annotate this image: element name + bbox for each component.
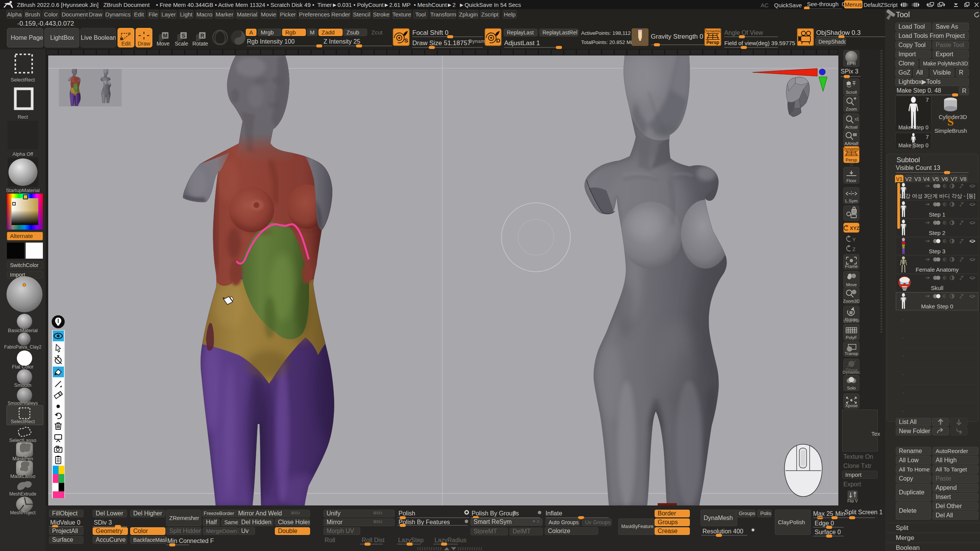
svg-text:Z: Z (853, 247, 855, 252)
svg-text:Flip V: Flip V (848, 499, 858, 503)
svg-text:Actual: Actual (845, 125, 858, 129)
svg-text:S: S (404, 37, 408, 44)
svg-text:Persp: Persp (706, 40, 719, 45)
svg-text:Frame: Frame (845, 264, 858, 269)
svg-text:Move: Move (157, 41, 170, 47)
svg-text:XYZ: XYZ (850, 225, 859, 231)
svg-text:Zoom: Zoom (846, 107, 857, 111)
svg-text:R: R (200, 33, 204, 39)
svg-text:Floor: Floor (846, 178, 856, 183)
svg-text:Y: Y (853, 237, 856, 243)
svg-text:Move: Move (846, 282, 857, 287)
svg-text:Edit: Edit (121, 41, 131, 47)
svg-text:Scale: Scale (175, 41, 188, 47)
svg-text:Xpose: Xpose (845, 403, 858, 408)
svg-text:S: S (947, 116, 954, 128)
svg-text:PolyF: PolyF (846, 335, 857, 340)
svg-text:M: M (163, 33, 168, 39)
svg-text:Dynamic: Dynamic (704, 29, 721, 33)
svg-text:Scroll: Scroll (846, 90, 857, 95)
svg-text:Zoom3D: Zoom3D (843, 299, 859, 303)
svg-text:AAHalf: AAHalf (844, 141, 859, 146)
svg-text:D: D (496, 37, 500, 44)
svg-text:x1: x1 (855, 117, 859, 121)
svg-text:L.Sym: L.Sym (845, 199, 858, 203)
svg-text:Draw: Draw (138, 41, 151, 47)
svg-text:Transp: Transp (844, 351, 858, 356)
svg-text:Solo: Solo (847, 386, 856, 390)
svg-text:S: S (182, 33, 185, 39)
svg-text:Rotate: Rotate (192, 41, 208, 47)
